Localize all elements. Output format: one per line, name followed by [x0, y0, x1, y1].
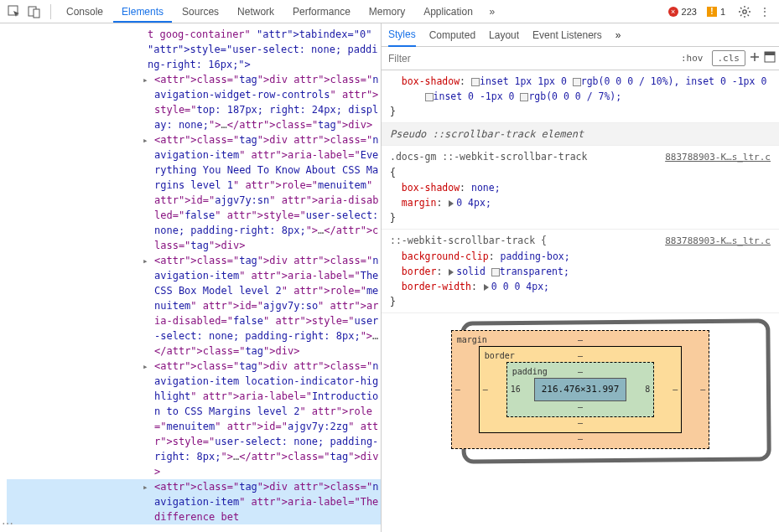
css-prop[interactable]: box-shadow [402, 75, 460, 87]
box-model-padding[interactable]: padding – 8 – 16 216.476×31.997 [506, 362, 655, 417]
warning-icon: ! [707, 7, 717, 17]
svg-point-3 [743, 9, 746, 13]
styles-pane: Styles Computed Layout Event Listeners »… [382, 23, 779, 532]
cls-toggle[interactable]: .cls [712, 50, 746, 66]
css-prop[interactable]: margin [402, 197, 437, 209]
more-tabs-icon[interactable]: » [483, 3, 501, 21]
hov-toggle[interactable]: :hov [676, 51, 709, 65]
svg-rect-5 [765, 52, 775, 55]
subtab-event-listeners[interactable]: Event Listeners [532, 24, 602, 46]
tab-sources[interactable]: Sources [174, 1, 227, 23]
color-swatch-icon[interactable] [491, 268, 500, 276]
css-val[interactable]: 0 0 0 4px; [491, 281, 549, 292]
subtab-styles[interactable]: Styles [388, 23, 416, 47]
device-toggle-icon[interactable] [25, 3, 44, 21]
dom-node[interactable]: <attr">class="tag">div attr">class="navi… [7, 253, 381, 359]
css-prop[interactable]: background-clip [402, 251, 489, 262]
box-model-content[interactable]: 216.476×31.997 [534, 378, 627, 401]
dom-node[interactable]: t goog-container" "attr">tabindex="0" "a… [7, 27, 381, 72]
expand-arrow-icon[interactable] [484, 284, 489, 291]
more-subtabs-icon[interactable]: » [615, 29, 621, 41]
tab-network[interactable]: Network [229, 1, 283, 23]
tab-elements[interactable]: Elements [113, 1, 172, 23]
new-style-rule-icon[interactable] [749, 51, 761, 65]
kebab-menu-icon[interactable]: ⋮ [756, 3, 774, 21]
dom-node[interactable]: <attr">class="tag">div attr">class="navi… [7, 479, 381, 524]
breadcrumb-dots[interactable]: ⋯ [2, 517, 15, 530]
pseudo-element-header: Pseudo ::scrollbar-track element [382, 123, 779, 146]
css-prop[interactable]: border-width [402, 281, 471, 292]
expand-arrow-icon[interactable] [449, 269, 454, 276]
rule-open: { [390, 165, 771, 180]
errors-chip[interactable]: ×223 [668, 7, 697, 17]
settings-gear-icon[interactable] [735, 3, 754, 21]
error-icon: × [668, 7, 678, 17]
shadow-swatch-icon[interactable] [471, 78, 480, 86]
css-val[interactable]: inset 1px 1px 0 [480, 75, 573, 87]
main-panels: t goog-container" "attr">tabindex="0" "a… [0, 23, 779, 532]
css-selector[interactable]: ::-webkit-scrollbar-track { [390, 233, 547, 248]
box-model-diagram: margin – – – – border – – – – padding – [382, 313, 779, 466]
css-val[interactable]: 0 4px; [456, 197, 491, 209]
shadow-swatch-icon[interactable] [425, 93, 434, 101]
inspect-icon[interactable] [5, 3, 23, 21]
css-selector[interactable]: .docs-gm ::-webkit-scrollbar-track [390, 149, 587, 164]
color-swatch-icon[interactable] [520, 93, 528, 101]
stylesheet-source-link[interactable]: 883788903-K…s_ltr.c [665, 234, 771, 249]
elements-tree-pane[interactable]: t goog-container" "attr">tabindex="0" "a… [0, 23, 382, 532]
tab-memory[interactable]: Memory [361, 1, 413, 23]
errors-count: 223 [682, 7, 697, 17]
css-prop[interactable]: border [402, 266, 437, 277]
rule-close: } [390, 294, 771, 309]
tab-console[interactable]: Console [58, 1, 112, 23]
style-rule-1[interactable]: .docs-gm ::-webkit-scrollbar-track 88378… [382, 146, 779, 230]
tab-performance[interactable]: Performance [284, 1, 359, 23]
expand-arrow-icon[interactable] [449, 200, 454, 207]
dom-node[interactable]: <attr">class="tag">div attr">class="navi… [7, 359, 381, 479]
tab-application[interactable]: Application [415, 1, 481, 23]
color-swatch-icon[interactable] [573, 78, 581, 86]
subtab-computed[interactable]: Computed [429, 24, 475, 46]
warnings-chip[interactable]: !1 [707, 7, 725, 17]
styles-filter-row: :hov .cls [382, 47, 779, 70]
dom-node[interactable]: <attr">class="tag">div attr">class="navi… [7, 72, 381, 132]
separator [50, 4, 51, 19]
rule-close: } [390, 210, 771, 225]
rule-close: } [390, 104, 771, 119]
styles-filter-input[interactable] [385, 49, 673, 68]
computed-toggle-icon[interactable] [764, 51, 776, 65]
dom-node[interactable]: <attr">class="tag">div attr">class="navi… [7, 132, 381, 253]
dom-tree[interactable]: t goog-container" "attr">tabindex="0" "a… [0, 23, 381, 528]
css-prop[interactable]: box-shadow [402, 182, 460, 194]
styles-rules[interactable]: box-shadow: inset 1px 1px 0 rgb(0 0 0 / … [382, 70, 779, 532]
css-val[interactable]: solid [456, 266, 491, 277]
css-val[interactable]: none; [471, 182, 501, 194]
devtools-toolbar: Console Elements Sources Network Perform… [0, 0, 779, 23]
box-model-border[interactable]: border – – – – padding – 8 – 16 216.476×… [479, 346, 683, 433]
style-rule-2[interactable]: ::-webkit-scrollbar-track { 883788903-K…… [382, 230, 779, 313]
box-model-margin[interactable]: margin – – – – border – – – – padding – [451, 330, 710, 449]
css-val[interactable]: padding-box; [501, 251, 570, 262]
stylesheet-source-link[interactable]: 883788903-K…s_ltr.c [665, 150, 771, 165]
warnings-count: 1 [720, 7, 725, 17]
styles-subtabs: Styles Computed Layout Event Listeners » [382, 23, 779, 47]
style-rule-0[interactable]: box-shadow: inset 1px 1px 0 rgb(0 0 0 / … [382, 70, 779, 123]
subtab-layout[interactable]: Layout [489, 24, 519, 46]
svg-rect-2 [34, 9, 39, 18]
